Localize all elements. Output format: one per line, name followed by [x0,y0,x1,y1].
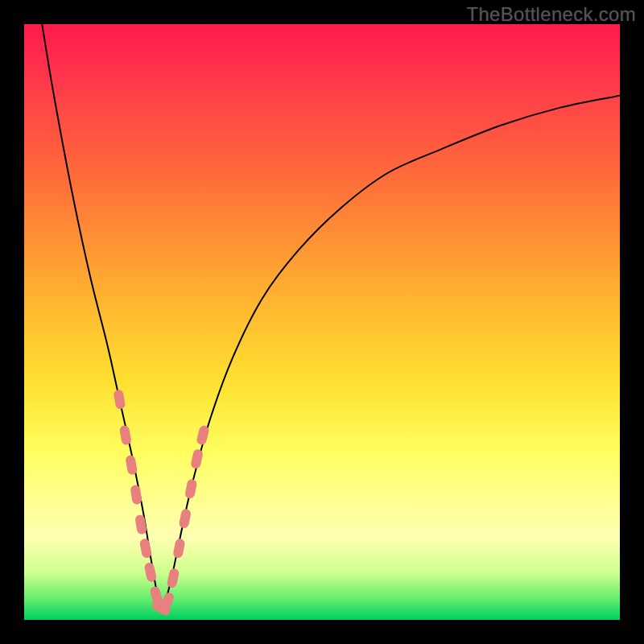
watermark-text: TheBottleneck.com [466,3,636,26]
bottleneck-curve [42,24,620,609]
curve-marker [172,538,185,559]
curve-marker [190,448,204,469]
curve-marker [139,538,152,559]
curve-marker [184,478,197,499]
curve-marker [196,425,209,446]
curve-marker [179,508,192,529]
curve-marker [143,562,157,583]
curve-marker [134,514,147,535]
curve-marker [130,485,142,506]
curve-marker [125,455,138,476]
marker-group [114,389,210,617]
curve-marker [167,568,180,588]
curve-marker [119,425,132,446]
chart-svg [24,24,620,620]
curve-marker [114,389,126,410]
chart-area [24,24,620,620]
